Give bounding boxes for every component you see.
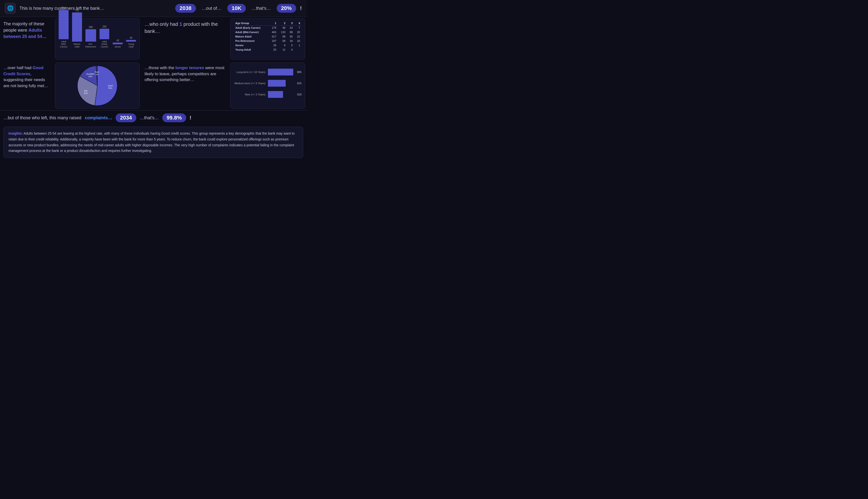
- products-text: …who only had: [145, 22, 179, 27]
- bar-fill: [59, 10, 69, 39]
- age-bar-chart: 704 Adult(Mid-Career) 702 Mature Adult 2…: [59, 22, 136, 56]
- hbar-value: 528: [297, 93, 301, 96]
- bar-label: Adult(Mid-Career): [59, 40, 69, 48]
- table-cell: 5: [287, 43, 294, 47]
- pie-label: Good52%: [108, 85, 113, 89]
- hbar-row: Medium-term (<= 5 Years) 625: [234, 80, 301, 87]
- complaints-thats-label: …that's…: [140, 115, 159, 121]
- hbar-track: [268, 80, 293, 87]
- table-cell: Pre-Retirement: [234, 39, 269, 43]
- product-count-accent: 1: [179, 22, 182, 27]
- complaints-count-badge: 2034: [115, 113, 136, 122]
- table-cell: Senior: [234, 43, 269, 47]
- age-table: Age Group 1 2 3 4 Adult (Early Career)17…: [234, 21, 301, 52]
- pie-label: Fair31%: [84, 90, 88, 95]
- hbar-label: Medium-term (<= 5 Years): [234, 82, 265, 85]
- bar-label: Mature Adult: [72, 43, 82, 48]
- hbar-value: 625: [297, 82, 301, 85]
- tenure-accent: longer tenures: [175, 65, 204, 70]
- table-cell: 7: [294, 26, 301, 30]
- pie-chart-panel: Good52%Fair31%Excellent16%Poor1%: [55, 63, 140, 109]
- table-cell: 25: [269, 47, 278, 52]
- col-age-group: Age Group: [234, 21, 269, 26]
- bar-fill: [72, 12, 82, 41]
- majority-text-panel: The majority of these people were Adults…: [0, 17, 53, 61]
- hbar-fill: [268, 69, 293, 75]
- bar-value: 704: [62, 7, 66, 9]
- bar-group: 702 Mature Adult: [72, 9, 82, 48]
- age-table-body: Adult (Early Career)17940247Adult (Mid-C…: [234, 26, 301, 52]
- row2: …over half had Good Credit Scores, sugge…: [0, 61, 307, 110]
- credit-text-panel: …over half had Good Credit Scores, sugge…: [0, 61, 53, 110]
- bar-value: 43: [116, 39, 119, 42]
- table-cell: Mature Adult: [234, 34, 269, 39]
- table-cell: 197: [269, 39, 278, 43]
- age-table-panel: Age Group 1 2 3 4 Adult (Early Career)17…: [230, 18, 305, 60]
- hbar-value: 885: [297, 71, 301, 73]
- table-cell: 11: [278, 47, 287, 52]
- table-cell: Young Adult: [234, 47, 269, 52]
- hbar-row: New (<= 2 Years) 528: [234, 91, 301, 98]
- table-row: Mature Adult517986522: [234, 34, 301, 39]
- hbar-label: New (<= 2 Years): [234, 93, 265, 96]
- bar-group: 299 Pre-Retirement: [85, 26, 96, 48]
- tenure-text1: …those with the: [145, 65, 175, 70]
- insights-label: Insights:: [9, 132, 23, 135]
- table-cell: Adult (Mid-Career): [234, 30, 269, 34]
- table-cell: 65: [287, 34, 294, 39]
- bar-value: 299: [89, 26, 93, 28]
- insights-panel: Insights: Adults between 25-54 are leavi…: [3, 126, 303, 158]
- table-cell: 22: [294, 34, 301, 39]
- bar-fill: [113, 42, 123, 44]
- table-cell: 88: [287, 30, 294, 34]
- complaints-accent: complaints…: [85, 115, 112, 121]
- insights-text: Adults between 25-54 are leaving at the …: [9, 132, 295, 153]
- header-exclaim: !: [300, 5, 302, 11]
- table-row: Adult (Early Career)17940247: [234, 26, 301, 30]
- bar-fill: [85, 29, 96, 41]
- tenure-hbar-chart: Long-term (<= 10 Years) 885 Medium-term …: [234, 66, 301, 100]
- table-row: Young Adult25114: [234, 47, 301, 52]
- hbar-fill: [268, 80, 286, 87]
- col-4: 4: [294, 21, 301, 26]
- table-cell: 133: [278, 30, 287, 34]
- hbar-track: [268, 69, 293, 75]
- churn-pct-badge: 20%: [277, 4, 296, 13]
- bar-label: Senior: [115, 46, 121, 48]
- bar-group: 250 Adult (EarlyCareer): [100, 25, 110, 48]
- table-cell: 98: [278, 34, 287, 39]
- complaints-exclaim: !: [189, 115, 191, 121]
- table-row: Senior28951: [234, 43, 301, 47]
- bar-chart-panel: 704 Adult(Mid-Career) 702 Mature Adult 2…: [55, 18, 140, 60]
- header-thats-label: …that's…: [250, 6, 273, 11]
- bar-group: 704 Adult(Mid-Career): [59, 7, 69, 48]
- total-count-badge: 10K: [227, 4, 246, 13]
- hbar-chart-panel: Long-term (<= 10 Years) 885 Medium-term …: [230, 63, 305, 109]
- col-1: 1: [269, 21, 278, 26]
- hbar-track: [268, 91, 293, 98]
- table-cell: 24: [287, 26, 294, 30]
- table-cell: 179: [269, 26, 278, 30]
- table-cell: 9: [278, 43, 287, 47]
- header-title: This is how many customers left the bank…: [20, 6, 171, 11]
- complaints-pct-badge: 99.8%: [162, 113, 186, 122]
- table-cell: 34: [287, 39, 294, 43]
- table-row: Pre-Retirement197583410: [234, 39, 301, 43]
- bar-group: 40 Young Adult: [126, 37, 136, 48]
- table-cell: [294, 47, 301, 52]
- hbar-fill: [268, 91, 283, 98]
- table-cell: Adult (Early Career): [234, 26, 269, 30]
- pie-container: Good52%Fair31%Excellent16%Poor1%: [59, 66, 136, 105]
- tenure-text-panel: …those with the longer tenures were most…: [141, 61, 229, 110]
- complaints-bar: …but of those who left, this many raised…: [0, 110, 307, 125]
- table-cell: 463: [269, 30, 278, 34]
- bar-fill: [100, 29, 110, 39]
- table-row: Adult (Mid-Career)4631338820: [234, 30, 301, 34]
- table-cell: 28: [269, 43, 278, 47]
- bar-label: Pre-Retirement: [85, 43, 96, 48]
- bar-value: 40: [130, 37, 132, 39]
- bar-value: 702: [75, 9, 79, 12]
- header: 🌐 This is how many customers left the ba…: [0, 0, 307, 17]
- credit-text1: …over half had: [3, 65, 33, 70]
- churn-count-badge: 2038: [175, 4, 196, 13]
